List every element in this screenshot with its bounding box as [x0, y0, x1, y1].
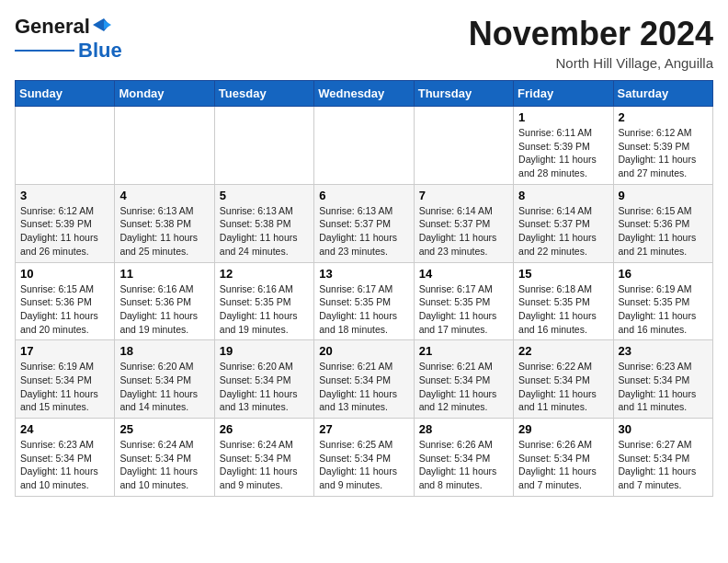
day-info: Sunrise: 6:17 AM Sunset: 5:35 PM Dayligh… [419, 282, 508, 337]
calendar-cell: 11Sunrise: 6:16 AM Sunset: 5:36 PM Dayli… [115, 262, 214, 340]
weekday-header-monday: Monday [115, 81, 214, 107]
calendar-cell: 3Sunrise: 6:12 AM Sunset: 5:39 PM Daylig… [16, 184, 115, 262]
day-info: Sunrise: 6:27 AM Sunset: 5:34 PM Dayligh… [619, 438, 708, 492]
day-info: Sunrise: 6:24 AM Sunset: 5:34 PM Dayligh… [220, 438, 309, 492]
day-number: 9 [619, 189, 708, 202]
day-info: Sunrise: 6:15 AM Sunset: 5:36 PM Dayligh… [619, 204, 708, 259]
calendar-cell: 28Sunrise: 6:26 AM Sunset: 5:34 PM Dayli… [414, 419, 513, 497]
day-info: Sunrise: 6:13 AM Sunset: 5:38 PM Dayligh… [220, 204, 309, 259]
calendar-cell: 14Sunrise: 6:17 AM Sunset: 5:35 PM Dayli… [414, 262, 513, 340]
day-number: 26 [220, 422, 309, 436]
calendar-cell: 20Sunrise: 6:21 AM Sunset: 5:34 PM Dayli… [314, 340, 414, 419]
day-number: 21 [419, 344, 508, 358]
logo-underline [15, 50, 74, 52]
calendar-cell: 4Sunrise: 6:13 AM Sunset: 5:38 PM Daylig… [115, 184, 214, 262]
day-number: 20 [319, 344, 408, 358]
day-info: Sunrise: 6:13 AM Sunset: 5:37 PM Dayligh… [319, 204, 408, 259]
calendar-cell: 9Sunrise: 6:15 AM Sunset: 5:36 PM Daylig… [613, 184, 712, 262]
day-number: 2 [619, 110, 708, 124]
day-info: Sunrise: 6:14 AM Sunset: 5:37 PM Dayligh… [518, 204, 608, 259]
day-number: 18 [119, 344, 209, 358]
day-number: 7 [419, 189, 508, 202]
day-info: Sunrise: 6:21 AM Sunset: 5:34 PM Dayligh… [319, 360, 408, 414]
calendar-cell: 21Sunrise: 6:21 AM Sunset: 5:34 PM Dayli… [414, 340, 513, 419]
calendar-week-4: 17Sunrise: 6:19 AM Sunset: 5:34 PM Dayli… [16, 340, 713, 419]
calendar-cell: 24Sunrise: 6:23 AM Sunset: 5:34 PM Dayli… [16, 419, 115, 497]
calendar-cell [214, 107, 313, 185]
day-info: Sunrise: 6:14 AM Sunset: 5:37 PM Dayligh… [419, 204, 508, 259]
calendar-cell: 6Sunrise: 6:13 AM Sunset: 5:37 PM Daylig… [314, 184, 414, 262]
calendar-cell: 25Sunrise: 6:24 AM Sunset: 5:34 PM Dayli… [115, 419, 214, 497]
calendar-cell: 5Sunrise: 6:13 AM Sunset: 5:38 PM Daylig… [214, 184, 313, 262]
calendar-cell: 30Sunrise: 6:27 AM Sunset: 5:34 PM Dayli… [613, 419, 712, 497]
day-info: Sunrise: 6:22 AM Sunset: 5:34 PM Dayligh… [518, 360, 608, 414]
calendar-cell [115, 107, 214, 185]
calendar-week-1: 1Sunrise: 6:11 AM Sunset: 5:39 PM Daylig… [16, 107, 713, 185]
calendar-cell: 7Sunrise: 6:14 AM Sunset: 5:37 PM Daylig… [414, 184, 513, 262]
svg-marker-1 [104, 20, 111, 29]
day-number: 1 [518, 110, 608, 124]
day-number: 14 [419, 267, 508, 281]
day-info: Sunrise: 6:26 AM Sunset: 5:34 PM Dayligh… [419, 438, 508, 492]
calendar-cell: 19Sunrise: 6:20 AM Sunset: 5:34 PM Dayli… [214, 340, 313, 419]
calendar-cell: 12Sunrise: 6:16 AM Sunset: 5:35 PM Dayli… [214, 262, 313, 340]
day-number: 17 [20, 344, 109, 358]
calendar-header-row: SundayMondayTuesdayWednesdayThursdayFrid… [16, 81, 713, 107]
calendar-cell: 8Sunrise: 6:14 AM Sunset: 5:37 PM Daylig… [514, 184, 613, 262]
day-info: Sunrise: 6:23 AM Sunset: 5:34 PM Dayligh… [619, 360, 708, 414]
title-block: November 2024 North Hill Village, Anguil… [469, 15, 713, 71]
weekday-header-saturday: Saturday [613, 81, 712, 107]
day-info: Sunrise: 6:19 AM Sunset: 5:35 PM Dayligh… [619, 282, 708, 337]
day-info: Sunrise: 6:25 AM Sunset: 5:34 PM Dayligh… [319, 438, 408, 492]
day-info: Sunrise: 6:20 AM Sunset: 5:34 PM Dayligh… [220, 360, 309, 414]
calendar-cell: 2Sunrise: 6:12 AM Sunset: 5:39 PM Daylig… [613, 107, 712, 185]
day-info: Sunrise: 6:26 AM Sunset: 5:34 PM Dayligh… [518, 438, 608, 492]
weekday-header-sunday: Sunday [16, 81, 115, 107]
month-title: November 2024 [469, 15, 713, 53]
calendar-cell: 10Sunrise: 6:15 AM Sunset: 5:36 PM Dayli… [16, 262, 115, 340]
day-info: Sunrise: 6:20 AM Sunset: 5:34 PM Dayligh… [119, 360, 209, 414]
day-number: 5 [220, 189, 309, 202]
calendar-cell: 26Sunrise: 6:24 AM Sunset: 5:34 PM Dayli… [214, 419, 313, 497]
logo: General Blue [15, 15, 122, 63]
day-number: 11 [119, 267, 209, 281]
calendar-cell: 15Sunrise: 6:18 AM Sunset: 5:35 PM Dayli… [514, 262, 613, 340]
day-number: 23 [619, 344, 708, 358]
day-number: 19 [220, 344, 309, 358]
logo-blue-text: Blue [78, 39, 122, 63]
day-info: Sunrise: 6:16 AM Sunset: 5:36 PM Dayligh… [119, 282, 209, 337]
calendar-week-5: 24Sunrise: 6:23 AM Sunset: 5:34 PM Dayli… [16, 419, 713, 497]
day-number: 13 [319, 267, 408, 281]
calendar-cell: 13Sunrise: 6:17 AM Sunset: 5:35 PM Dayli… [314, 262, 414, 340]
day-number: 3 [20, 189, 109, 202]
day-info: Sunrise: 6:17 AM Sunset: 5:35 PM Dayligh… [319, 282, 408, 337]
weekday-header-wednesday: Wednesday [314, 81, 414, 107]
day-number: 10 [20, 267, 109, 281]
day-info: Sunrise: 6:24 AM Sunset: 5:34 PM Dayligh… [119, 438, 209, 492]
calendar-cell: 17Sunrise: 6:19 AM Sunset: 5:34 PM Dayli… [16, 340, 115, 419]
day-info: Sunrise: 6:18 AM Sunset: 5:35 PM Dayligh… [518, 282, 608, 337]
weekday-header-tuesday: Tuesday [214, 81, 313, 107]
calendar-table: SundayMondayTuesdayWednesdayThursdayFrid… [15, 80, 713, 497]
calendar-cell: 22Sunrise: 6:22 AM Sunset: 5:34 PM Dayli… [514, 340, 613, 419]
day-number: 22 [518, 344, 608, 358]
day-number: 12 [220, 267, 309, 281]
calendar-cell: 18Sunrise: 6:20 AM Sunset: 5:34 PM Dayli… [115, 340, 214, 419]
weekday-header-friday: Friday [514, 81, 613, 107]
day-info: Sunrise: 6:16 AM Sunset: 5:35 PM Dayligh… [220, 282, 309, 337]
day-info: Sunrise: 6:12 AM Sunset: 5:39 PM Dayligh… [619, 126, 708, 180]
day-number: 16 [619, 267, 708, 281]
page-header: General Blue November 2024 North Hill Vi… [15, 15, 713, 71]
weekday-header-thursday: Thursday [414, 81, 513, 107]
calendar-cell [314, 107, 414, 185]
day-number: 27 [319, 422, 408, 436]
day-number: 24 [20, 422, 109, 436]
day-info: Sunrise: 6:12 AM Sunset: 5:39 PM Dayligh… [20, 204, 109, 259]
logo-bird-icon [91, 17, 111, 33]
calendar-cell [414, 107, 513, 185]
calendar-cell [16, 107, 115, 185]
day-number: 6 [319, 189, 408, 202]
day-number: 4 [119, 189, 209, 202]
day-number: 15 [518, 267, 608, 281]
day-info: Sunrise: 6:11 AM Sunset: 5:39 PM Dayligh… [518, 126, 608, 180]
